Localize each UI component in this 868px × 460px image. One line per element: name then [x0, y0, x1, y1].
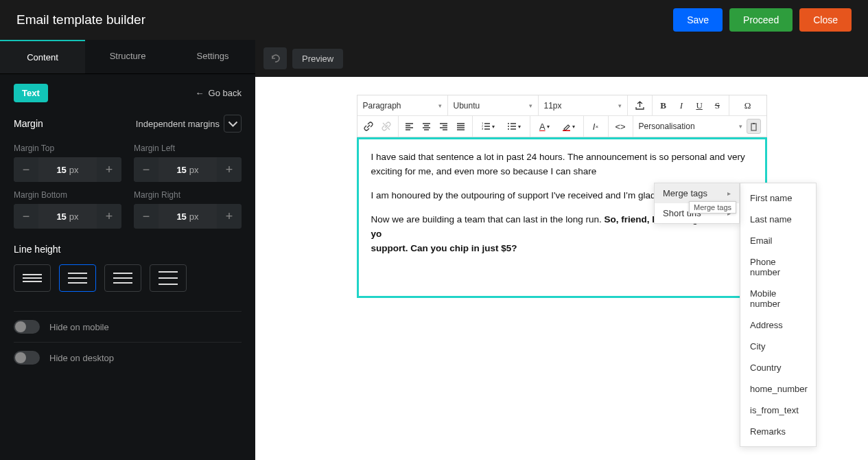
merge-tag-option[interactable]: Last name	[740, 209, 816, 230]
decrement-button[interactable]: −	[14, 157, 38, 182]
hide-desktop-label: Hide on desktop	[49, 353, 114, 363]
sidebar-tabs: Content Structure Settings	[0, 40, 255, 74]
bold-button[interactable]: B	[657, 100, 670, 111]
hide-desktop-row: Hide on desktop	[14, 342, 242, 373]
align-left-button[interactable]	[403, 122, 416, 131]
font-family-select[interactable]: Ubuntu▾	[454, 101, 532, 111]
hide-mobile-toggle[interactable]	[14, 320, 40, 334]
independent-margins-label: Independent margins	[136, 119, 220, 129]
margin-bottom-value: 15	[56, 211, 66, 222]
header-actions: Save Proceed Close	[673, 8, 852, 32]
proceed-button[interactable]: Proceed	[729, 8, 793, 32]
increment-button[interactable]: +	[217, 157, 242, 182]
element-type-chip: Text	[14, 84, 48, 102]
independent-margins-toggle[interactable]	[224, 115, 242, 133]
personalisation-select[interactable]: Personalisation▾	[639, 122, 742, 131]
align-justify-button[interactable]	[454, 122, 467, 131]
link-button[interactable]	[362, 122, 375, 131]
content-line-1: I have said that sentence a lot in past …	[371, 152, 745, 176]
strikethrough-button[interactable]: S	[710, 100, 724, 111]
line-height-normal[interactable]	[59, 264, 96, 292]
merge-tag-option[interactable]: home_number	[740, 378, 816, 400]
block-format-select[interactable]: Paragraph▾	[363, 101, 442, 111]
hide-desktop-toggle[interactable]	[14, 351, 40, 365]
ordered-list-button[interactable]: 123▾	[481, 122, 495, 131]
font-size-select[interactable]: 11px▾	[544, 101, 622, 111]
merge-tag-option[interactable]: Mobile number	[740, 283, 816, 314]
merge-tag-option[interactable]: Email	[740, 230, 816, 251]
go-back-link[interactable]: Go back	[196, 88, 242, 98]
menu-item-merge-tags[interactable]: Merge tags▸ Merge tags	[655, 183, 739, 203]
increment-button[interactable]: +	[97, 157, 121, 182]
tab-structure[interactable]: Structure	[85, 40, 170, 73]
line-height-tight[interactable]	[14, 264, 51, 292]
margin-left-label: Margin Left	[134, 143, 242, 153]
special-char-button[interactable]: Ω	[741, 100, 755, 111]
unordered-list-button[interactable]: ▾	[507, 122, 521, 131]
undo-icon	[270, 53, 281, 64]
line-height-loose[interactable]	[150, 264, 187, 292]
align-right-icon	[439, 122, 448, 131]
align-center-button[interactable]	[420, 122, 433, 131]
svg-rect-6	[563, 130, 570, 131]
unlink-button[interactable]	[379, 122, 393, 131]
sidebar: Content Structure Settings Text Go back …	[0, 40, 255, 460]
italic-button[interactable]: I	[675, 100, 688, 111]
unordered-list-icon	[507, 122, 517, 131]
clear-format-button[interactable]: I×	[589, 122, 602, 132]
merge-tag-option[interactable]: Phone number	[740, 251, 816, 283]
decrement-button[interactable]: −	[14, 204, 38, 229]
tab-content[interactable]: Content	[0, 40, 85, 73]
tooltip: Merge tags	[689, 201, 736, 214]
increment-button[interactable]: +	[97, 204, 121, 229]
align-right-button[interactable]	[437, 122, 450, 131]
rich-text-toolbar: Paragraph▾ Ubuntu▾ 11px▾	[357, 95, 767, 137]
margin-bottom-field: Margin Bottom − 15px +	[14, 190, 121, 229]
close-button[interactable]: Close	[799, 8, 852, 32]
tab-settings[interactable]: Settings	[170, 40, 255, 73]
margin-heading: Margin	[14, 118, 43, 129]
merge-tags-submenu: First name Last name Email Phone number …	[740, 183, 817, 447]
decrement-button[interactable]: −	[134, 204, 159, 229]
underline-button[interactable]: U	[692, 100, 706, 111]
highlight-button[interactable]: ▾	[562, 122, 576, 131]
hide-mobile-label: Hide on mobile	[49, 322, 109, 332]
paste-button[interactable]	[747, 119, 761, 134]
margin-bottom-label: Margin Bottom	[14, 190, 121, 200]
content-line-3a: Now we are building a team that can last…	[371, 214, 605, 225]
svg-text:3: 3	[482, 127, 484, 130]
margin-top-field: Margin Top − 15px +	[14, 143, 121, 182]
chevron-down-icon	[228, 119, 238, 129]
margin-grid: Margin Top − 15px + Margin Left − 15px +…	[14, 143, 242, 229]
code-view-button[interactable]: <>	[614, 122, 627, 132]
margin-left-field: Margin Left − 15px +	[134, 143, 242, 182]
margin-left-value: 15	[176, 165, 186, 175]
merge-tag-option[interactable]: City	[740, 336, 816, 357]
merge-tag-option[interactable]: is_from_text	[740, 400, 816, 421]
export-button[interactable]	[633, 100, 646, 111]
line-height-medium[interactable]	[104, 264, 141, 292]
save-button[interactable]: Save	[673, 8, 723, 32]
increment-button[interactable]: +	[217, 204, 242, 229]
merge-tag-option[interactable]: Remarks	[740, 421, 816, 442]
merge-tag-option[interactable]: Address	[740, 314, 816, 336]
unlink-icon	[382, 122, 391, 131]
decrement-button[interactable]: −	[134, 157, 159, 182]
undo-button[interactable]	[263, 47, 287, 69]
preview-button[interactable]: Preview	[292, 49, 343, 69]
margin-bottom-stepper[interactable]: − 15px +	[14, 204, 121, 229]
margin-left-stepper[interactable]: − 15px +	[134, 157, 242, 182]
margin-top-stepper[interactable]: − 15px +	[14, 157, 121, 182]
merge-tag-option[interactable]: First name	[740, 187, 816, 209]
align-left-icon	[405, 122, 414, 131]
hide-mobile-row: Hide on mobile	[14, 311, 242, 342]
text-color-button[interactable]: A▾	[537, 122, 551, 132]
margin-right-stepper[interactable]: − 15px +	[134, 204, 242, 229]
svg-rect-7	[751, 124, 756, 130]
page-title: Email template builder	[16, 12, 145, 27]
merge-tag-option[interactable]: Country	[740, 357, 816, 378]
margin-right-value: 15	[176, 211, 186, 222]
link-icon	[364, 122, 373, 131]
line-height-options	[14, 264, 242, 292]
clipboard-icon	[749, 122, 758, 131]
